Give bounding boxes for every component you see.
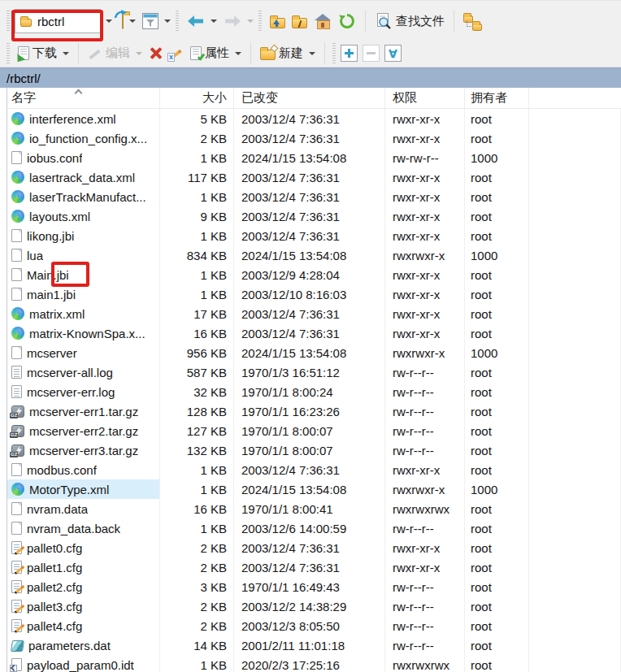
download-button[interactable]: 下载	[15, 43, 72, 63]
file-row[interactable]: lasertrack_data.xml 117 KB 2003/12/4 7:3…	[7, 167, 621, 187]
file-row[interactable]: laserTrackManufact... 1 KB 2003/12/4 7:3…	[7, 187, 621, 206]
file-owner: root	[465, 596, 529, 616]
refresh-button[interactable]	[335, 10, 359, 33]
filter-button[interactable]	[139, 11, 174, 32]
column-header-rights[interactable]: 权限	[385, 88, 465, 108]
file-row[interactable]: matrix-KnownSpa.x... 16 KB 2003/12/4 7:3…	[7, 323, 621, 343]
column-header-name[interactable]: 名字	[7, 88, 160, 108]
path-bar[interactable]: /rbctrl/	[0, 67, 621, 88]
column-header-owner[interactable]: 拥有者	[465, 88, 529, 108]
file-changed: 2024/1/15 13:54:08	[234, 245, 385, 265]
file-rights: rwxrwxrwx	[385, 655, 465, 672]
file-row[interactable]: interference.xml 5 KB 2003/12/4 7:36:31 …	[7, 109, 621, 128]
file-rights: rwxr-xr-x	[385, 109, 465, 128]
file-size: 587 KB	[160, 362, 234, 382]
file-size: 1 KB	[160, 148, 234, 167]
edge-xml-file-icon	[11, 210, 24, 223]
file-changed: 2003/12/10 8:16:03	[234, 284, 385, 304]
file-row[interactable]: matrix.xml 17 KB 2003/12/4 7:36:31 rwxr-…	[7, 304, 621, 323]
file-name: pallet3.cfg	[27, 600, 82, 613]
file-owner: root	[465, 265, 529, 284]
file-row[interactable]: nvram_data.back 1 KB 2003/12/6 14:00:59 …	[7, 518, 621, 538]
file-owner: root	[465, 128, 529, 148]
back-button[interactable]	[184, 12, 220, 30]
plain-file-icon	[11, 288, 22, 301]
file-row[interactable]: payload_param0.idt 1 KB 2020/2/3 17:25:1…	[7, 655, 621, 672]
file-changed: 2003/12/4 7:36:31	[234, 187, 385, 206]
file-row[interactable]: pallet2.cfg 3 KB 1970/1/1 16:49:43 rw-r-…	[7, 577, 621, 596]
file-row[interactable]: pallet1.cfg 2 KB 2003/12/4 7:36:31 rwxr-…	[7, 557, 621, 577]
new-folder-icon	[260, 50, 276, 60]
edge-xml-file-icon	[11, 112, 24, 125]
file-rights: rw-r--r--	[385, 577, 465, 596]
file-size: 1 KB	[160, 460, 234, 479]
file-changed: 2003/12/4 7:36:31	[234, 323, 385, 343]
root-directory-button[interactable]	[289, 12, 310, 31]
file-row[interactable]: mcserver-err3.tar.gz 132 KB 1970/1/1 8:0…	[7, 440, 621, 460]
file-row[interactable]: mcserver-err.log 32 KB 1970/1/1 8:00:24 …	[7, 382, 621, 401]
back-arrow-icon	[187, 15, 205, 28]
file-row[interactable]: main1.jbi 1 KB 2003/12/10 8:16:03 rwxr-x…	[7, 284, 621, 304]
find-files-button[interactable]: 查找文件	[371, 10, 448, 33]
file-name: pallet0.cfg	[27, 541, 82, 555]
toolbar-grip[interactable]	[258, 11, 262, 32]
toolbar-grip[interactable]	[176, 11, 179, 32]
plain-file-icon	[11, 249, 22, 262]
file-rights: rw-r--r--	[385, 596, 465, 616]
file-row[interactable]: nvram.data 16 KB 1970/1/1 8:00:41 rwxrwx…	[7, 499, 621, 518]
file-rights: rw-rw-r--	[385, 148, 465, 167]
file-row[interactable]: pallet0.cfg 2 KB 2003/12/4 7:36:31 rwxr-…	[7, 538, 621, 557]
file-row[interactable]: mcserver-err1.tar.gz 128 KB 1970/1/1 16:…	[7, 401, 621, 421]
file-row[interactable]: likong.jbi 1 KB 2003/12/4 7:36:31 rwxr-x…	[7, 226, 621, 245]
file-row[interactable]: mcserver-err2.tar.gz 127 KB 1970/1/1 8:0…	[7, 421, 621, 440]
file-rights: rwxrwxrwx	[385, 499, 465, 518]
file-size: 132 KB	[160, 440, 234, 460]
delete-button[interactable]	[145, 44, 166, 63]
file-changed: 2003/12/4 7:36:31	[234, 538, 385, 557]
plain-file-icon	[11, 151, 22, 164]
properties-button[interactable]: 属性	[187, 43, 245, 63]
file-row[interactable]: iobus.conf 1 KB 2024/1/15 13:54:08 rw-rw…	[7, 148, 621, 167]
column-header-changed[interactable]: 已改变	[234, 88, 385, 108]
file-changed: 2003/12/4 7:36:31	[234, 226, 385, 245]
parent-directory-button[interactable]	[267, 12, 289, 31]
file-name: io_function_config.x...	[29, 132, 147, 145]
file-name: pallet4.cfg	[27, 619, 82, 633]
plain-file-icon	[11, 268, 22, 281]
synchronize-browsing-icon	[463, 12, 484, 30]
file-row[interactable]: pallet3.cfg 2 KB 2003/12/2 14:38:29 rw-r…	[7, 596, 621, 616]
file-changed: 2003/12/4 7:36:31	[234, 460, 385, 479]
file-row[interactable]: mcserver-all.log 587 KB 1970/1/3 16:51:1…	[7, 362, 621, 382]
refresh-icon	[338, 12, 356, 30]
download-icon	[18, 46, 29, 60]
toolbar-grip[interactable]	[7, 43, 10, 64]
file-row[interactable]: Main.jbi 1 KB 2003/12/9 4:28:04 rwxr-xr-…	[7, 265, 621, 284]
toolbar-grip[interactable]	[332, 43, 336, 64]
toolbar-grip[interactable]	[7, 11, 10, 32]
new-button[interactable]: 新建	[257, 43, 319, 63]
file-row[interactable]: pallet4.cfg 2 KB 2003/12/3 8:05:50 rw-r-…	[7, 616, 621, 635]
file-row[interactable]: layouts.xml 9 KB 2003/12/4 7:36:31 rwxr-…	[7, 206, 621, 226]
file-row[interactable]: lua 834 KB 2024/1/15 13:54:08 rwxrwxr-x …	[7, 245, 621, 265]
plain-file-icon	[11, 522, 22, 535]
file-row[interactable]: MotorType.xml 1 KB 2024/1/15 13:54:08 rw…	[7, 479, 621, 499]
file-row[interactable]: parameters.dat 14 KB 2001/2/11 11:01:18 …	[7, 635, 621, 655]
invert-selection-button[interactable]: ∀	[384, 45, 402, 62]
rename-button[interactable]: x	[166, 44, 187, 63]
column-header-size[interactable]: 大小	[160, 88, 234, 108]
directory-combo[interactable]: rbctrl	[15, 9, 101, 33]
open-directory-button[interactable]	[119, 12, 139, 31]
file-row[interactable]: io_function_config.x... 2 KB 2003/12/4 7…	[7, 128, 621, 148]
file-changed: 1970/1/1 8:00:41	[234, 499, 385, 518]
cfg-file-icon	[11, 541, 22, 554]
select-files-button[interactable]	[341, 45, 358, 62]
file-name: iobus.conf	[27, 151, 82, 165]
file-row[interactable]: mcserver 956 KB 2024/1/15 13:54:08 rwxrw…	[7, 343, 621, 362]
file-name: lua	[27, 249, 43, 262]
synchronize-browsing-button[interactable]	[460, 10, 488, 33]
home-directory-button[interactable]	[310, 11, 335, 31]
toolbar-separator	[250, 43, 251, 64]
file-row[interactable]: modbus.conf 1 KB 2003/12/4 7:36:31 rwxr-…	[7, 460, 621, 479]
file-name: mcserver-err1.tar.gz	[29, 405, 138, 418]
directory-combo-dropdown[interactable]	[101, 9, 114, 33]
